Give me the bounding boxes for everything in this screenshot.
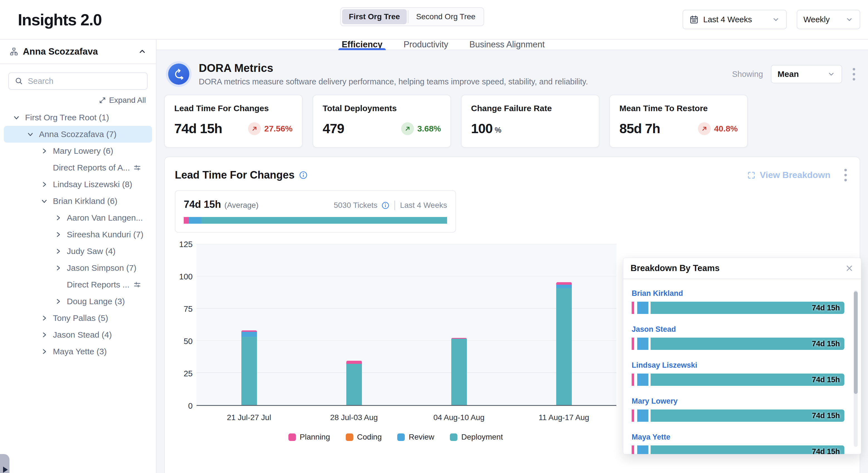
legend-swatch — [450, 434, 457, 441]
chevron-right-icon[interactable] — [55, 231, 62, 238]
chevron-right-icon[interactable] — [41, 315, 48, 322]
date-range-value: Last 4 Weeks — [703, 15, 752, 24]
toggle-first-org-tree[interactable]: First Org Tree — [342, 9, 407, 24]
sidebar-collapse-handle[interactable] — [0, 454, 9, 473]
toggle-second-org-tree[interactable]: Second Org Tree — [409, 9, 482, 24]
chevron-right-icon[interactable] — [55, 298, 62, 305]
date-range-select[interactable]: Last 4 Weeks — [683, 10, 787, 29]
top-bar: Insights 2.0 First Org Tree Second Org T… — [0, 0, 868, 39]
metric-card-mean-time-to-restore: Mean Time To Restore 85d 7h 40.8% — [609, 95, 748, 148]
chevron-right-icon[interactable] — [41, 331, 48, 338]
tree-item-label: Direct Reports ... — [67, 280, 129, 289]
metric-delta-value: 3.68% — [417, 124, 441, 134]
chevron-right-icon[interactable] — [55, 214, 62, 221]
tree-item[interactable]: Anna Scozzafava (7) — [4, 126, 152, 143]
chevron-up-icon[interactable] — [138, 47, 147, 56]
gridline — [196, 276, 616, 276]
chevron-right-icon[interactable] — [41, 348, 48, 355]
tab-business-alignment[interactable]: Business Alignment — [468, 39, 547, 50]
expand-corners-icon — [747, 171, 756, 180]
average-phase-bar — [184, 217, 447, 224]
trend-up-icon — [248, 122, 261, 135]
y-tick-label: 75 — [184, 304, 193, 314]
team-name-link[interactable]: Mary Lowery — [632, 397, 844, 406]
tree-item[interactable]: Jason Stead (4) — [0, 326, 156, 343]
tree-item[interactable]: Mary Lowery (6) — [0, 143, 156, 159]
scrollbar-thumb[interactable] — [854, 291, 858, 394]
average-label: (Average) — [224, 201, 258, 210]
sidebar-header[interactable]: Anna Scozzafava — [0, 39, 156, 64]
search-input[interactable] — [28, 77, 142, 86]
close-icon[interactable] — [845, 264, 854, 273]
chevron-down-icon[interactable] — [41, 198, 48, 205]
legend-swatch — [397, 434, 405, 441]
tree-item[interactable]: First Org Tree Root (1) — [0, 109, 156, 126]
chevron-right-icon[interactable] — [55, 264, 62, 272]
granularity-select[interactable]: Weekly — [797, 10, 860, 29]
chevron-right-icon[interactable] — [55, 248, 62, 255]
calendar-icon — [689, 15, 699, 24]
metric-title: Mean Time To Restore — [619, 104, 738, 113]
team-phase-bar: 74d 15h — [632, 374, 844, 386]
tree-item[interactable]: Lindsay Liszewski (8) — [0, 176, 156, 193]
tree-item[interactable]: Brian Kirkland (6) — [0, 193, 156, 209]
team-name-link[interactable]: Jason Stead — [632, 325, 844, 334]
team-name-link[interactable]: Brian Kirkland — [632, 289, 844, 298]
tree-item[interactable]: Judy Saw (4) — [0, 243, 156, 260]
range-label: Last 4 Weeks — [400, 201, 447, 210]
legend-swatch — [346, 434, 353, 441]
gridline — [196, 244, 616, 244]
bar-segment-review — [637, 410, 648, 422]
tree-item-label: Jason Stead (4) — [53, 330, 112, 339]
toggle-divider — [408, 10, 408, 23]
filter-icon[interactable] — [133, 280, 142, 289]
tree-item-label: Sireesha Kunduri (7) — [67, 230, 143, 239]
section-menu-button[interactable] — [842, 167, 849, 184]
tree-item[interactable]: Direct Reports ... — [0, 276, 156, 293]
tree-item[interactable]: Tony Pallas (5) — [0, 310, 156, 326]
bar-segment-planning — [632, 374, 634, 386]
legend-label: Planning — [300, 433, 330, 442]
expand-all-button[interactable]: Expand All — [0, 90, 156, 107]
x-tick-label: 11 Aug-17 Aug — [539, 413, 589, 422]
chevron-down-icon[interactable] — [13, 114, 20, 121]
view-breakdown-button[interactable]: View Breakdown — [747, 170, 830, 180]
tree-item[interactable]: Doug Lange (3) — [0, 293, 156, 310]
team-value: 74d 15h — [812, 411, 840, 420]
metric-title: Lead Time For Changes — [174, 104, 292, 113]
bar-segment-planning — [556, 282, 572, 285]
dora-menu-button[interactable] — [850, 66, 858, 83]
team-phase-bar: 74d 15h — [632, 337, 844, 350]
tree-item[interactable]: Maya Yette (3) — [0, 343, 156, 360]
info-icon[interactable] — [299, 171, 308, 179]
chart-y-axis: 0255075100125 — [175, 244, 193, 406]
info-icon[interactable] — [381, 201, 390, 209]
bar-segment-deployment — [241, 337, 257, 405]
divider — [395, 201, 395, 210]
bar-segment-review — [637, 374, 648, 386]
chevron-right-icon[interactable] — [41, 181, 48, 188]
arrow-right-icon — [3, 467, 8, 473]
y-tick-label: 25 — [184, 369, 193, 378]
x-tick-label: 28 Jul-03 Aug — [330, 413, 378, 422]
bar-segment-planning — [632, 410, 634, 422]
metric-title: Total Deployments — [323, 104, 441, 113]
chevron-down-icon[interactable] — [27, 131, 34, 138]
gridline — [196, 308, 616, 309]
team-name-link[interactable]: Maya Yette — [632, 433, 844, 442]
tree-item[interactable]: Sireesha Kunduri (7) — [0, 226, 156, 243]
bar-segment-review — [189, 217, 202, 224]
showing-select[interactable]: Mean — [771, 65, 842, 83]
metric-card-lead-time: Lead Time For Changes 74d 15h 27.56% — [164, 95, 303, 148]
metric-value: 85d 7h — [619, 121, 660, 136]
tree-item[interactable]: Direct Reports of A... — [0, 159, 156, 176]
tab-productivity[interactable]: Productivity — [402, 39, 450, 50]
chevron-right-icon[interactable] — [41, 147, 48, 155]
filter-icon[interactable] — [133, 164, 142, 172]
tab-efficiency[interactable]: Efficiency — [340, 39, 384, 50]
tree-item[interactable]: Aaron Van Langen... — [0, 209, 156, 226]
metric-value: 74d 15h — [174, 121, 222, 136]
dora-metrics-header: DORA Metrics DORA metrics measure softwa… — [164, 57, 860, 90]
team-name-link[interactable]: Lindsay Liszewski — [632, 361, 844, 369]
tree-item[interactable]: Jason Simpson (7) — [0, 260, 156, 276]
